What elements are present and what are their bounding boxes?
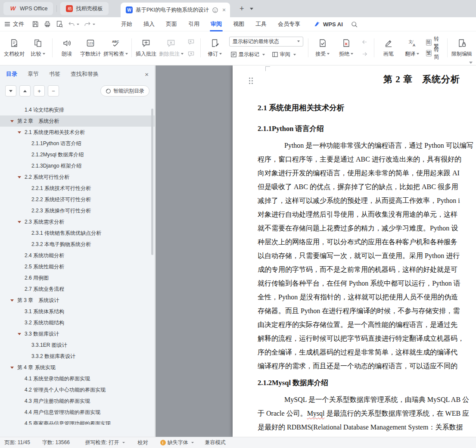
next-change-button[interactable]	[359, 50, 370, 58]
toc-item[interactable]: 2.2 系统可行性分析	[0, 171, 155, 183]
toc-item[interactable]: 2.2.1 系统技术可行性分析	[0, 183, 155, 194]
search-icon[interactable]	[351, 21, 358, 28]
toc-item[interactable]: 2.5 系统性能分析	[0, 261, 155, 272]
read-aloud-button[interactable]: 朗读	[55, 34, 78, 62]
delete-comment-button[interactable]: 删除批注	[158, 34, 184, 62]
toc-item[interactable]: 4.2 管理员个人中心功能的界面实现	[0, 384, 155, 395]
toc-item[interactable]: 3.1 系统体系结构	[0, 306, 155, 317]
sidebar-scrollbar[interactable]	[151, 109, 153, 255]
menu-tab-insert[interactable]: 插入	[138, 17, 160, 31]
compare-button[interactable]: 比较	[26, 34, 50, 62]
tab-close-icon[interactable]: ×	[222, 6, 226, 13]
word-count-button[interactable]: 123 字数统计	[79, 34, 102, 62]
tab-list-caret-icon[interactable]	[250, 8, 253, 10]
toc-item[interactable]: 2.3.1 传统销售系统优缺点分析	[0, 227, 155, 239]
wps-ai-button[interactable]: WPS AI	[314, 21, 343, 28]
toc-zoom-in-button[interactable]: +	[34, 85, 45, 96]
toc-item[interactable]: 第 2 章 系统分析	[0, 115, 155, 127]
toc-item[interactable]: 2.3 系统需求分析	[0, 216, 155, 227]
next-comment-button[interactable]	[186, 50, 197, 58]
toc-zoom-out-button[interactable]: −	[48, 85, 59, 96]
toc-expand-arrow-icon[interactable]	[18, 131, 25, 134]
toc-item[interactable]: 3.3 数据库设计	[0, 328, 155, 339]
toc-item[interactable]: 2.2.2 系统经济可行性分析	[0, 194, 155, 205]
toc-item[interactable]: 2.1.1Python 语言介绍	[0, 138, 155, 149]
word-count-indicator[interactable]: 字数: 13566	[42, 439, 70, 446]
toc-collapse-all-button[interactable]	[19, 85, 31, 96]
menu-tab-reference[interactable]: 引用	[183, 17, 205, 31]
insert-comment-button[interactable]: 插入批注	[134, 34, 158, 62]
accept-changes-button[interactable]: 接受	[311, 34, 334, 62]
toc-item[interactable]: 2.1.2Mysql 数据库介绍	[0, 149, 155, 160]
file-menu-button[interactable]: 文件	[4, 20, 24, 28]
sidebar-close-icon[interactable]: ×	[145, 71, 149, 78]
toc-expand-all-button[interactable]	[5, 85, 16, 96]
toc-expand-arrow-icon[interactable]	[18, 221, 25, 223]
toc-item[interactable]: 4.3 用户注册功能的界面实现	[0, 395, 155, 407]
print-button[interactable]	[42, 19, 53, 29]
tab-wps-home[interactable]: W WPS Office	[3, 2, 53, 15]
save-button[interactable]	[30, 19, 40, 29]
toc-item[interactable]: 2.6 用例图	[0, 272, 155, 283]
toc-item[interactable]: 第 3 章 系统设计	[0, 295, 155, 306]
toc-expand-arrow-icon[interactable]	[10, 120, 17, 122]
toc-item[interactable]: 3.3.1ER 图设计	[0, 339, 155, 351]
toc-item[interactable]: 3.2 系统功能结构	[0, 317, 155, 328]
menu-tab-page[interactable]: 页面	[160, 17, 183, 31]
toc-item[interactable]: 4.5 商家商品信息管理功能的界面实现	[0, 418, 155, 425]
menu-tab-view[interactable]: 视图	[227, 17, 250, 31]
menu-tab-tools[interactable]: 工具	[250, 17, 272, 31]
toc-expand-arrow-icon[interactable]	[10, 367, 17, 369]
toc-item[interactable]: 2.3.2 本电子购物系统分析	[0, 239, 155, 250]
page-indicator[interactable]: 页面: 11/45	[4, 439, 30, 446]
toc-item[interactable]: 4.1 系统登录功能的界面实现	[0, 373, 155, 384]
sidebar-tab-bookmarks[interactable]: 书签	[49, 70, 60, 78]
undo-button[interactable]	[66, 19, 81, 29]
toc-expand-arrow-icon[interactable]	[10, 299, 17, 302]
new-tab-button[interactable]: +	[236, 3, 247, 14]
previous-change-button[interactable]	[359, 37, 370, 46]
to-simplified-button[interactable]: 繁 转简	[426, 49, 443, 58]
review-pane-button[interactable]: 审阅	[271, 50, 297, 59]
smart-toc-button[interactable]: 智能识别目录	[100, 85, 149, 96]
to-traditional-button[interactable]: 简 转繁	[426, 38, 443, 47]
previous-comment-button[interactable]	[186, 37, 197, 46]
toc-item[interactable]: 4.4 用户信息管理功能的界面实现	[0, 407, 155, 418]
paragraph-drag-handle-icon[interactable]	[249, 78, 254, 85]
print-preview-button[interactable]	[54, 19, 65, 29]
track-changes-button[interactable]: 修订	[203, 34, 227, 62]
pen-button[interactable]: 画笔	[377, 34, 400, 62]
restrict-editing-button[interactable]: 限制编辑	[450, 34, 473, 62]
feedback-smiley-icon[interactable]	[212, 7, 218, 13]
sidebar-tab-chapters[interactable]: 章节	[28, 70, 39, 78]
compat-mode-indicator[interactable]: 兼容模式	[205, 439, 226, 446]
menu-tab-home[interactable]: 开始	[115, 17, 138, 31]
toc-item[interactable]: 2.1 系统使用相关技术分析	[0, 127, 155, 138]
sidebar-tab-toc[interactable]: 目录	[6, 70, 17, 78]
spell-check-status[interactable]: 拼写检查: 打开	[85, 439, 125, 446]
redo-button[interactable]	[82, 19, 96, 29]
show-markup-button[interactable]: 显示标记	[229, 50, 266, 59]
toc-item[interactable]: 1.4 论文结构安排	[0, 104, 155, 115]
toc-item[interactable]: 2.2.3 系统操作可行性分析	[0, 205, 155, 216]
doc-proofread-button[interactable]: 文档校对	[3, 34, 26, 62]
toc-item[interactable]: 第 4 章 系统实现	[0, 362, 155, 373]
toc-item[interactable]: 3.3.2 数据库表设计	[0, 351, 155, 362]
toc-item[interactable]: 2.4 系统功能分析	[0, 250, 155, 261]
reject-changes-button[interactable]: 拒绝	[335, 34, 358, 62]
ribbon-collapse-icon[interactable]	[469, 62, 473, 64]
document-page[interactable]: 第 2 章 系统分析 2.1 系统使用相关技术分析 2.1.1Python 语言…	[233, 65, 476, 437]
markup-state-select[interactable]: 显示标记的最终状态	[229, 37, 303, 47]
tab-current-document[interactable]: W 基于PKI的电子购物系统的设计 ×	[121, 3, 230, 17]
toc-item[interactable]: 2.7 系统业务流程	[0, 283, 155, 295]
proofread-button[interactable]: 校对	[138, 439, 148, 446]
sidebar-tab-find-replace[interactable]: 查找和替换	[71, 70, 99, 78]
toc-item[interactable]: 2.1.3Django 框架介绍	[0, 160, 155, 171]
menu-tab-review[interactable]: 审阅	[205, 17, 227, 31]
translate-button[interactable]: 文A 翻译	[401, 34, 424, 62]
toc-expand-arrow-icon[interactable]	[18, 333, 25, 335]
missing-font-warning[interactable]: ! 缺失字体	[160, 439, 194, 446]
menu-tab-membership[interactable]: 会员专享	[272, 17, 306, 31]
toc-expand-arrow-icon[interactable]	[18, 176, 25, 178]
spell-check-button[interactable]: ABC 拼写检查	[103, 34, 129, 62]
